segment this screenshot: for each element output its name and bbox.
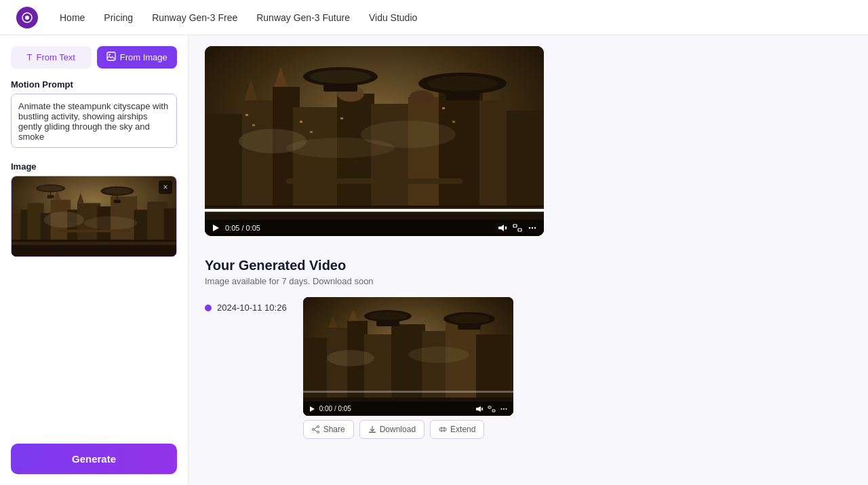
svg-rect-71 — [513, 225, 517, 227]
svg-marker-97 — [476, 406, 481, 412]
svg-rect-63 — [310, 131, 313, 133]
svg-rect-61 — [252, 124, 255, 126]
svg-rect-2 — [107, 52, 115, 60]
svg-point-56 — [286, 138, 395, 158]
svg-point-91 — [449, 314, 490, 324]
small-video-progress[interactable] — [303, 391, 513, 393]
nav-vidu[interactable]: Vidu Studio — [369, 12, 417, 23]
svg-rect-111 — [369, 432, 376, 433]
extend-label: Extend — [450, 425, 475, 434]
timestamp-value: 2024-10-11 10:26 — [217, 303, 287, 313]
svg-rect-53 — [446, 92, 479, 100]
extend-icon — [439, 425, 447, 433]
svg-marker-68 — [498, 225, 504, 231]
svg-point-28 — [44, 212, 84, 228]
main-mute-button[interactable] — [498, 224, 507, 232]
nav-gen3future[interactable]: Runway Gen-3 Future — [256, 12, 350, 23]
svg-point-106 — [317, 431, 319, 433]
timestamp-item: 2024-10-11 10:26 — [205, 303, 287, 313]
svg-point-21 — [39, 186, 62, 191]
svg-point-49 — [310, 70, 371, 83]
from-text-tab[interactable]: T From Text — [11, 46, 92, 69]
top-video-section: 0:05 / 0:05 — [189, 35, 868, 247]
small-more-button[interactable] — [500, 406, 508, 412]
svg-point-103 — [503, 408, 505, 410]
from-text-label: From Text — [36, 52, 75, 62]
svg-rect-62 — [300, 121, 302, 123]
svg-rect-65 — [442, 107, 445, 109]
main-layout: T From Text From Image Motion Prompt Ani… — [0, 35, 868, 485]
motion-prompt-section: Motion Prompt Animate the steampunk city… — [11, 79, 177, 151]
svg-rect-101 — [492, 410, 495, 412]
svg-rect-64 — [340, 117, 343, 119]
svg-rect-57 — [286, 178, 462, 184]
timestamp-col: 2024-10-11 10:26 — [205, 297, 287, 313]
motion-prompt-label: Motion Prompt — [11, 79, 177, 90]
svg-point-93 — [327, 350, 374, 366]
main-more-button[interactable] — [528, 224, 537, 232]
svg-rect-23 — [47, 195, 54, 199]
small-mute-button[interactable] — [475, 406, 484, 412]
svg-point-73 — [529, 227, 530, 229]
remove-image-button[interactable]: × — [159, 180, 172, 194]
svg-rect-72 — [518, 229, 521, 231]
small-video-col: 0:00 / 0:05 — [303, 297, 513, 443]
nav-home[interactable]: Home — [60, 12, 85, 23]
main-video-player[interactable]: 0:05 / 0:05 — [205, 46, 544, 236]
sidebar: T From Text From Image Motion Prompt Ani… — [0, 35, 189, 485]
svg-rect-50 — [323, 83, 357, 92]
small-fullscreen-button[interactable] — [488, 406, 496, 412]
svg-point-3 — [108, 54, 110, 55]
generated-title: Your Generated Video — [205, 258, 852, 273]
share-icon — [312, 425, 320, 433]
svg-rect-32 — [12, 241, 176, 245]
main-video-progress-fill — [205, 209, 544, 212]
tab-row: T From Text From Image — [11, 46, 177, 69]
main-video-progress[interactable] — [205, 209, 544, 212]
nav-gen3free[interactable]: Runway Gen-3 Free — [152, 12, 237, 23]
svg-point-47 — [410, 90, 434, 104]
main-content: 0:05 / 0:05 Your Generated V — [189, 35, 868, 485]
download-button[interactable]: Download — [359, 420, 425, 439]
download-label: Download — [380, 425, 416, 434]
logo — [16, 7, 38, 28]
nav-pricing[interactable]: Pricing — [104, 12, 133, 23]
main-fullscreen-button[interactable] — [513, 224, 522, 232]
image-section: Image — [11, 161, 177, 257]
uploaded-image — [12, 176, 176, 256]
svg-marker-67 — [213, 225, 219, 231]
nav: Home Pricing Runway Gen-3 Free Runway Ge… — [60, 12, 417, 23]
svg-rect-60 — [245, 114, 248, 116]
svg-rect-112 — [439, 428, 446, 431]
small-video-player[interactable]: 0:00 / 0:05 — [303, 297, 513, 416]
svg-point-102 — [500, 408, 502, 410]
generate-button[interactable]: Generate — [11, 444, 177, 474]
action-row: Share Download Extend — [303, 416, 513, 443]
svg-point-104 — [505, 408, 507, 410]
image-icon — [106, 52, 116, 63]
svg-line-109 — [314, 430, 317, 432]
svg-rect-100 — [488, 406, 491, 408]
svg-point-74 — [532, 227, 533, 229]
motion-prompt-textarea[interactable]: Animate the steampunk cityscape with bus… — [11, 94, 177, 148]
svg-point-107 — [312, 429, 314, 431]
svg-rect-30 — [57, 230, 130, 233]
svg-point-25 — [104, 188, 130, 195]
share-button[interactable]: Share — [303, 420, 354, 439]
svg-point-105 — [317, 426, 319, 428]
main-play-button[interactable] — [212, 224, 220, 232]
extend-button[interactable]: Extend — [430, 420, 484, 439]
header: Home Pricing Runway Gen-3 Free Runway Ge… — [0, 0, 868, 35]
small-video-controls: 0:00 / 0:05 — [303, 402, 513, 416]
small-play-button[interactable] — [309, 406, 315, 412]
svg-point-52 — [427, 76, 498, 91]
svg-rect-92 — [458, 324, 481, 330]
timestamp-dot — [205, 305, 212, 311]
small-video-time: 0:00 / 0:05 — [319, 405, 471, 412]
svg-rect-89 — [376, 321, 399, 326]
from-image-tab[interactable]: From Image — [97, 46, 178, 69]
text-icon: T — [26, 52, 32, 62]
svg-line-108 — [314, 427, 317, 429]
main-video-controls: 0:05 / 0:05 — [205, 220, 544, 236]
from-image-label: From Image — [120, 52, 167, 62]
